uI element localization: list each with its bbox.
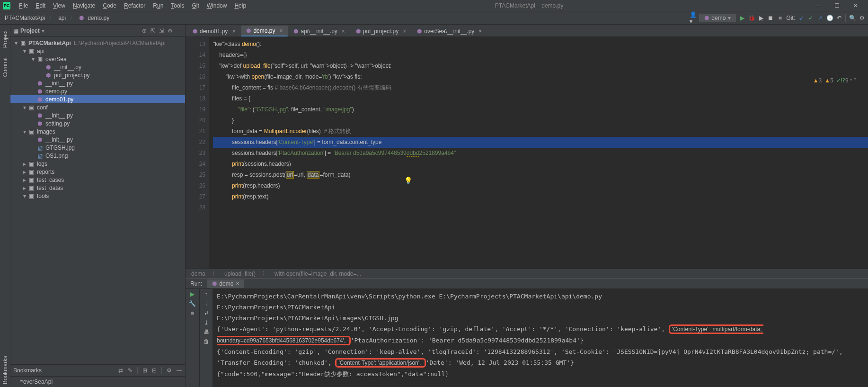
- menu-help[interactable]: Help: [230, 1, 250, 10]
- tree-row[interactable]: ▸▣test_cases: [10, 176, 185, 184]
- expand-icon[interactable]: ⊞: [142, 367, 147, 374]
- rerun-icon[interactable]: ▶: [190, 291, 195, 297]
- scrolltoend-icon[interactable]: ⤓: [204, 319, 209, 326]
- close-button[interactable]: ✕: [846, 2, 865, 9]
- git-history-icon[interactable]: 🕓: [826, 15, 833, 21]
- menu-navigate[interactable]: Navigate: [69, 1, 99, 10]
- editor-tab[interactable]: ⬢api\__init__.py×: [288, 26, 350, 36]
- search-icon[interactable]: 🔍: [849, 15, 856, 21]
- tree-row[interactable]: ⬢demo.py: [10, 87, 185, 95]
- stop-icon[interactable]: ■: [191, 310, 194, 316]
- tree-row[interactable]: ▸▣reports: [10, 168, 185, 176]
- tree-row[interactable]: ⬢__init__.py: [10, 79, 185, 87]
- wrench-icon[interactable]: 🔧: [189, 300, 196, 307]
- line-gutter[interactable]: 13141516171819202122232425262728: [186, 37, 209, 269]
- close-icon[interactable]: ×: [403, 28, 406, 35]
- editor-tab[interactable]: ⬢overSea\__init__.py×: [412, 26, 487, 36]
- collapse-all-icon[interactable]: ⇲: [159, 27, 164, 34]
- tree-row[interactable]: ⬢setting.py: [10, 119, 185, 127]
- tree-row[interactable]: ▸▣logs: [10, 160, 185, 168]
- git-commit-icon[interactable]: ✓: [807, 15, 814, 21]
- tree-row[interactable]: ▸▣test_datas: [10, 184, 185, 192]
- run-config-tab[interactable]: ⬢demo ×: [207, 279, 244, 288]
- crumb-method[interactable]: upload_file(): [222, 270, 257, 278]
- menu-view[interactable]: View: [49, 1, 69, 10]
- minimize-button[interactable]: ─: [808, 2, 827, 9]
- menu-edit[interactable]: Edit: [32, 1, 49, 10]
- code-lines[interactable]: "kw">class demo(): headers={} "kw">def u…: [209, 37, 868, 269]
- menu-file[interactable]: File: [15, 1, 32, 10]
- git-push-icon[interactable]: ↗: [817, 15, 824, 21]
- tree-row[interactable]: ▧GTGSH.jpg: [10, 144, 185, 152]
- code-editor[interactable]: 13141516171819202122232425262728 "kw">cl…: [186, 37, 868, 269]
- tree-row[interactable]: ▾▣overSea: [10, 55, 185, 63]
- menu-git[interactable]: Git: [188, 1, 203, 10]
- coverage-button[interactable]: ▶̣: [758, 15, 764, 21]
- project-tool-button[interactable]: Project: [1, 27, 9, 51]
- commit-tool-button[interactable]: Commit: [1, 54, 9, 80]
- close-icon[interactable]: ×: [342, 28, 345, 35]
- stop-button[interactable]: ■: [777, 15, 783, 21]
- crumb-class[interactable]: demo: [189, 270, 207, 278]
- tree-row[interactable]: ▧OS1.png: [10, 152, 185, 160]
- user-icon[interactable]: 👤▾: [690, 15, 696, 21]
- editor-tab[interactable]: ⬢put_project.py×: [351, 26, 411, 36]
- profile-button[interactable]: ⏹: [767, 15, 774, 21]
- softwrap-icon[interactable]: ↲: [204, 310, 209, 316]
- tree-row[interactable]: ▾▣tools: [10, 192, 185, 200]
- structure-breadcrumbs[interactable]: demo 〉 upload_file() 〉 with open(file=im…: [186, 269, 868, 278]
- toggle-icon[interactable]: ⇄: [118, 367, 123, 374]
- close-icon[interactable]: ×: [279, 27, 283, 34]
- close-icon[interactable]: ×: [478, 28, 482, 35]
- tree-row[interactable]: ⬢__init__.py: [10, 63, 185, 71]
- settings-icon[interactable]: ⚙: [859, 15, 865, 21]
- run-config-selector[interactable]: ⬢demo: [699, 14, 736, 22]
- bookmark-item[interactable]: ≡ overSeaApi: [10, 377, 185, 387]
- crumb-leaf[interactable]: demo.py: [86, 15, 111, 21]
- run-button[interactable]: ▶: [739, 15, 745, 21]
- settings-icon[interactable]: ⚙: [167, 367, 172, 374]
- select-opened-icon[interactable]: ⊕: [142, 27, 147, 34]
- maximize-button[interactable]: ☐: [827, 2, 846, 9]
- expand-all-icon[interactable]: ⇱: [151, 27, 155, 34]
- console-output[interactable]: E:\PycharmProjects\CarRentalrManApi\venv…: [213, 289, 868, 387]
- menu-run[interactable]: Run: [149, 1, 167, 10]
- tree-row[interactable]: ⬢demo01.py: [10, 95, 185, 103]
- bookmarks-label[interactable]: Bookmarks: [13, 367, 42, 374]
- menu-refactor[interactable]: Refactor: [120, 1, 149, 10]
- tree-row[interactable]: ⬢__init__.py: [10, 135, 185, 144]
- down-icon[interactable]: ↓: [205, 300, 208, 307]
- tree-row[interactable]: ▾▣api: [10, 47, 185, 55]
- git-update-icon[interactable]: ↙: [798, 15, 805, 21]
- tree-row[interactable]: ⬢put_project.py: [10, 71, 185, 79]
- tree-row[interactable]: ▾▣images: [10, 127, 185, 135]
- tree-row[interactable]: ▾▣conf: [10, 103, 185, 111]
- crumb-mid[interactable]: api: [56, 15, 68, 21]
- editor-tab[interactable]: ⬢demo01.py×: [187, 26, 240, 36]
- up-icon[interactable]: ↑: [205, 291, 208, 297]
- project-header-label[interactable]: Project: [20, 27, 40, 34]
- hide-icon[interactable]: —: [177, 27, 182, 34]
- tree-root[interactable]: ▾▣PTACMarketApiE:\PycharmProjects\PTACMa…: [10, 39, 185, 47]
- collapse-icon[interactable]: ⊟: [152, 367, 157, 374]
- crumb-root[interactable]: PTACMarketApi: [3, 15, 47, 21]
- menu-tools[interactable]: Tools: [167, 1, 188, 10]
- menu-code[interactable]: Code: [99, 1, 120, 10]
- tree-row[interactable]: ⬢__init__.py: [10, 111, 185, 119]
- edit-icon[interactable]: ✎: [128, 367, 133, 374]
- hide-icon[interactable]: —: [177, 367, 182, 374]
- clear-icon[interactable]: 🗑: [204, 338, 209, 345]
- close-icon[interactable]: ×: [232, 28, 235, 35]
- print-icon[interactable]: 🖶: [204, 329, 209, 335]
- crumb-statement[interactable]: with open(file=image_dir, mode=...: [273, 270, 363, 278]
- intention-bulb-icon[interactable]: 💡: [404, 177, 412, 184]
- bookmarks-tool-button[interactable]: Bookmarks: [1, 353, 9, 387]
- editor-tab[interactable]: ⬢demo.py×: [241, 26, 288, 36]
- close-icon[interactable]: ×: [236, 280, 239, 287]
- debug-button[interactable]: 🐞: [748, 15, 755, 21]
- inspection-summary[interactable]: ▲3 ▲5 ✓⁉9 ^ ˅: [813, 77, 857, 84]
- project-tree[interactable]: ▾▣PTACMarketApiE:\PycharmProjects\PTACMa…: [10, 37, 185, 364]
- menu-window[interactable]: Window: [203, 1, 231, 10]
- git-rollback-icon[interactable]: ↶: [836, 15, 842, 21]
- settings-icon[interactable]: ⚙: [168, 27, 173, 34]
